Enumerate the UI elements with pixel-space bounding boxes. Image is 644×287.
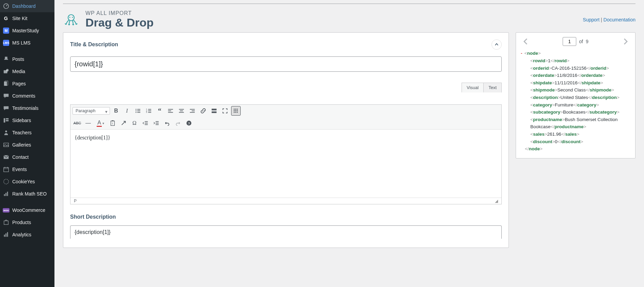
editor-tab-visual[interactable]: Visual <box>462 83 484 92</box>
sidebar-item-comments[interactable]: Comments <box>0 90 54 102</box>
fullscreen-button[interactable] <box>220 106 230 116</box>
prev-record-button[interactable] <box>521 37 530 46</box>
numbered-list-button[interactable]: 123 <box>144 106 154 116</box>
svg-rect-8 <box>6 118 9 120</box>
redo-button[interactable] <box>173 118 183 128</box>
xml-element-orderid[interactable]: <orderid>CA-2016-152156</orderid> <box>521 65 630 72</box>
xml-element-shipmode[interactable]: <shipmode>Second Class</shipmode> <box>521 86 630 94</box>
sidebar-item-teachers[interactable]: Teachers <box>0 126 54 139</box>
link-button[interactable] <box>198 106 208 116</box>
indent-button[interactable] <box>151 118 161 128</box>
editor-tab-text[interactable]: Text <box>483 83 502 92</box>
sidebar-item-analytics[interactable]: Analytics <box>0 229 54 241</box>
blockquote-button[interactable]: “ <box>155 106 164 116</box>
short-description-input[interactable] <box>70 225 502 239</box>
svg-rect-58 <box>234 112 235 113</box>
undo-button[interactable] <box>162 118 172 128</box>
title-input[interactable] <box>70 56 502 72</box>
xml-element-orderdate[interactable]: <orderdate>11/8/2016</orderdate> <box>521 72 630 79</box>
readmore-button[interactable] <box>209 106 219 116</box>
special-char-button[interactable]: Ω <box>130 118 139 128</box>
next-record-button[interactable] <box>621 37 630 46</box>
paragraph-select[interactable]: Paragraph ▾ <box>73 107 110 115</box>
svg-rect-21 <box>4 221 9 225</box>
collapse-panel-button[interactable] <box>492 39 502 50</box>
sidebar-item-dashboard[interactable]: Dashboard <box>0 0 54 12</box>
sidebar-label: Site Kit <box>12 16 27 21</box>
paragraph-label: Paragraph <box>76 108 95 113</box>
chart-icon <box>3 190 10 197</box>
sidebar-item-media[interactable]: Media <box>0 65 54 78</box>
xml-element-sales[interactable]: <sales>261.96</sales> <box>521 131 630 138</box>
sidebar-item-sitekit[interactable]: G Site Kit <box>0 12 54 24</box>
support-link[interactable]: Support <box>583 17 599 22</box>
svg-rect-67 <box>156 121 159 122</box>
bullet-list-button[interactable] <box>133 106 143 116</box>
svg-rect-22 <box>4 235 5 237</box>
xml-node-open[interactable]: -<node> <box>521 50 630 57</box>
sidebar-item-sidebars[interactable]: Sidebars <box>0 114 54 126</box>
xml-element-subcategory[interactable]: <subcategory>Bookcases</subcategory> <box>521 108 630 116</box>
clear-format-button[interactable] <box>119 118 128 128</box>
sidebar-item-contact[interactable]: Contact <box>0 151 54 163</box>
horizontal-rule-button[interactable]: — <box>83 118 93 128</box>
sidebar-item-posts[interactable]: Posts <box>0 53 54 65</box>
text-color-button[interactable]: A▾ <box>94 118 107 128</box>
total-records: 9 <box>586 39 589 44</box>
sidebar-label: Analytics <box>12 232 31 237</box>
svg-rect-62 <box>112 120 113 121</box>
align-center-button[interactable] <box>177 106 186 116</box>
xml-element-description[interactable]: <description>United States</description> <box>521 94 630 101</box>
xml-element-rowid[interactable]: <rowid>1</rowid> <box>521 57 630 65</box>
svg-rect-18 <box>4 194 5 196</box>
record-number-input[interactable] <box>563 37 576 46</box>
sidebar-item-events[interactable]: Events <box>0 163 54 175</box>
documentation-link[interactable]: Documentation <box>603 17 635 22</box>
svg-rect-66 <box>145 124 148 125</box>
short-description-heading: Short Description <box>70 214 502 220</box>
sidebar-label: Galleries <box>12 142 31 148</box>
sidebar-item-testimonials[interactable]: Testimonials <box>0 102 54 114</box>
sidebar-item-galleries[interactable]: Galleries <box>0 139 54 151</box>
svg-point-28 <box>135 109 136 110</box>
svg-rect-9 <box>6 120 9 121</box>
cookieyes-icon <box>3 178 10 185</box>
sidebar-item-masterstudy[interactable]: M MasterStudy <box>0 24 54 37</box>
sidebar-item-mslms[interactable]: LMS MS LMS <box>0 37 54 49</box>
svg-rect-41 <box>168 111 171 111</box>
align-left-button[interactable] <box>166 106 175 116</box>
xml-element-discount[interactable]: <discount>0</discount> <box>521 138 630 146</box>
align-right-button[interactable] <box>188 106 197 116</box>
resize-handle-icon[interactable]: ◢ <box>495 199 498 203</box>
xml-preview-panel: of 9 -<node><rowid>1</rowid><orderid>CA-… <box>516 32 635 158</box>
xml-element-productname[interactable]: <productname>Bush Somerset Collection Bo… <box>521 116 630 131</box>
italic-button[interactable]: I <box>122 106 132 116</box>
sidebar-item-products[interactable]: Products <box>0 216 54 229</box>
bold-button[interactable]: B <box>111 106 121 116</box>
svg-rect-65 <box>145 123 148 123</box>
xml-element-shipdate[interactable]: <shipdate>11/11/2016</shipdate> <box>521 79 630 87</box>
strikethrough-button[interactable]: ABC <box>73 118 82 128</box>
page-title: Drag & Drop <box>85 16 154 29</box>
collapse-icon[interactable]: - <box>521 51 522 56</box>
sidebar-label: Contact <box>12 154 29 160</box>
sidebar-label: Pages <box>12 81 26 86</box>
svg-rect-20 <box>7 192 8 196</box>
octopus-logo-icon <box>63 12 79 28</box>
svg-text:3: 3 <box>146 112 147 114</box>
sidebar-item-cookieyes[interactable]: CookieYes <box>0 175 54 188</box>
help-button[interactable]: ? <box>184 118 194 128</box>
paste-text-button[interactable]: T <box>108 118 117 128</box>
sidebar-label: MasterStudy <box>12 28 39 33</box>
sidebar-item-pages[interactable]: Pages <box>0 78 54 90</box>
editor-body[interactable]: {description[1]} <box>70 130 501 198</box>
sidebar-item-rankmath[interactable]: Rank Math SEO <box>0 188 54 200</box>
svg-rect-50 <box>212 111 216 111</box>
sidebar-label: MS LMS <box>12 40 31 46</box>
xml-node-close: </node> <box>521 145 630 153</box>
svg-rect-40 <box>168 109 173 110</box>
toolbar-toggle-button[interactable] <box>231 106 241 116</box>
xml-element-category[interactable]: <category>Furniture</category> <box>521 101 630 109</box>
outdent-button[interactable] <box>141 118 150 128</box>
sidebar-item-woocommerce[interactable]: woo WooCommerce <box>0 204 54 216</box>
